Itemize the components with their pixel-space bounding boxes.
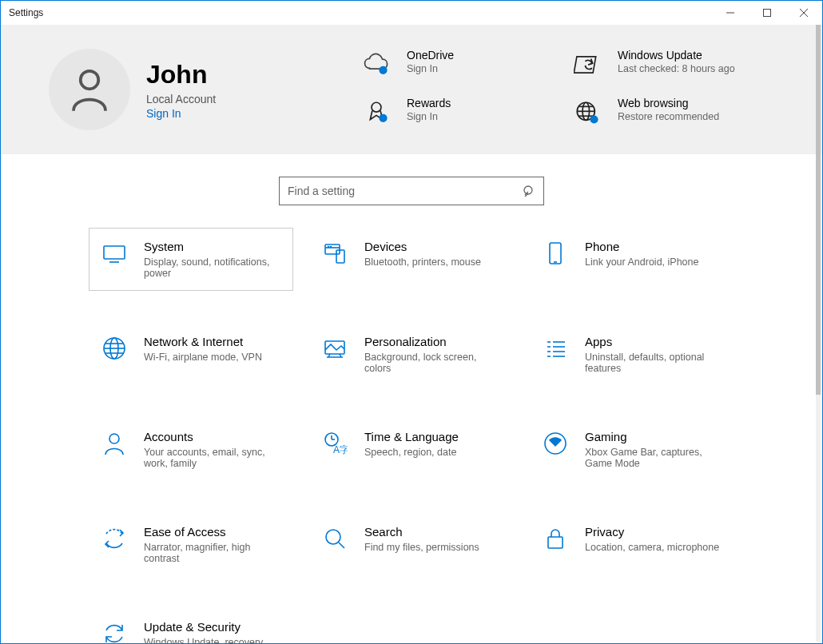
categories-grid: SystemDisplay, sound, notifications, pow…	[1, 228, 822, 644]
category-privacy[interactable]: PrivacyLocation, camera, microphone	[530, 513, 734, 576]
search-icon	[523, 185, 535, 197]
category-title: Update & Security	[144, 620, 280, 634]
category-sub: Find my files, permissions	[364, 542, 479, 553]
category-title: Apps	[585, 335, 721, 348]
category-title: System	[144, 240, 280, 253]
svg-point-14	[590, 115, 598, 123]
category-apps[interactable]: AppsUninstall, defaults, optional featur…	[530, 323, 734, 386]
svg-point-15	[524, 186, 532, 194]
update-icon	[571, 49, 603, 81]
category-title: Ease of Access	[144, 525, 280, 539]
account-block[interactable]: John Local Account Sign In	[49, 49, 320, 130]
tile-title: Web browsing	[618, 97, 719, 109]
category-sub: Xbox Game Bar, captures, Game Mode	[585, 447, 721, 469]
tile-sub: Restore recommended	[618, 111, 719, 122]
tile-sub: Sign In	[407, 63, 454, 74]
category-accounts[interactable]: AccountsYour accounts, email, sync, work…	[89, 418, 293, 481]
tile-title: Rewards	[407, 97, 451, 109]
maximize-button[interactable]	[749, 1, 785, 25]
tile-title: Windows Update	[618, 49, 735, 62]
personalization-icon	[321, 335, 348, 362]
avatar	[49, 49, 130, 130]
time-icon: A字	[321, 430, 348, 457]
accounts-icon	[101, 430, 128, 457]
category-title: Personalization	[364, 335, 500, 348]
category-search[interactable]: SearchFind my files, permissions	[309, 513, 514, 576]
category-title: Accounts	[144, 430, 280, 443]
tile-sub: Last checked: 8 hours ago	[618, 63, 735, 74]
category-phone[interactable]: PhoneLink your Android, iPhone	[530, 228, 734, 291]
category-sub: Uninstall, defaults, optional features	[585, 352, 721, 374]
tile-windows-update[interactable]: Windows Update Last checked: 8 hours ago	[571, 49, 774, 82]
search-icon	[321, 525, 348, 552]
system-icon	[101, 240, 128, 267]
account-name: John	[146, 60, 216, 89]
category-sub: Windows Update, recovery, backup	[144, 637, 280, 644]
svg-line-49	[339, 543, 344, 548]
account-type: Local Account	[146, 93, 216, 105]
svg-rect-50	[548, 537, 563, 548]
category-update[interactable]: Update & SecurityWindows Update, recover…	[89, 608, 293, 644]
titlebar: Settings	[1, 1, 822, 25]
category-sub: Display, sound, notifications, power	[144, 256, 280, 279]
window-title: Settings	[9, 7, 43, 18]
category-gaming[interactable]: GamingXbox Game Bar, captures, Game Mode	[530, 418, 734, 481]
category-sub: Wi-Fi, airplane mode, VPN	[144, 352, 262, 363]
svg-point-8	[379, 114, 387, 122]
close-button[interactable]	[785, 1, 822, 25]
account-signin-link[interactable]: Sign In	[146, 107, 216, 120]
category-devices[interactable]: DevicesBluetooth, printers, mouse	[309, 228, 514, 291]
svg-point-7	[372, 102, 381, 112]
search-row	[1, 154, 822, 228]
category-title: Time & Language	[364, 430, 459, 443]
category-time[interactable]: A字Time & LanguageSpeech, region, date	[309, 418, 514, 481]
onedrive-icon	[360, 49, 392, 81]
tile-sub: Sign In	[407, 111, 451, 122]
globe-icon	[571, 97, 603, 129]
tile-rewards[interactable]: Rewards Sign In	[360, 97, 563, 130]
update-icon	[101, 620, 128, 644]
category-sub: Location, camera, microphone	[585, 542, 719, 553]
category-sub: Speech, region, date	[364, 447, 459, 458]
minimize-button[interactable]	[712, 1, 749, 25]
category-sub: Link your Android, iPhone	[585, 256, 698, 268]
category-ease[interactable]: Ease of AccessNarrator, magnifier, high …	[89, 513, 293, 576]
svg-rect-21	[325, 244, 340, 254]
header-area: John Local Account Sign In OneDrive Sign…	[1, 25, 822, 154]
phone-icon	[542, 240, 569, 267]
category-sub: Narrator, magnifier, high contrast	[144, 542, 280, 564]
category-network[interactable]: Network & InternetWi-Fi, airplane mode, …	[89, 323, 293, 386]
category-title: Devices	[364, 240, 481, 253]
svg-rect-1	[764, 10, 771, 17]
tile-title: OneDrive	[407, 49, 454, 62]
category-personalization[interactable]: PersonalizationBackground, lock screen, …	[309, 323, 514, 386]
apps-icon	[542, 335, 569, 362]
svg-point-48	[326, 530, 340, 544]
tile-onedrive[interactable]: OneDrive Sign In	[360, 49, 563, 82]
svg-text:A字: A字	[333, 444, 348, 455]
category-title: Search	[364, 525, 479, 539]
svg-point-5	[379, 66, 387, 74]
svg-rect-6	[574, 57, 595, 73]
gaming-icon	[542, 430, 569, 457]
scrollbar-thumb[interactable]	[816, 25, 821, 395]
category-sub: Bluetooth, printers, mouse	[364, 256, 481, 268]
category-title: Network & Internet	[144, 335, 262, 348]
tile-web-browsing[interactable]: Web browsing Restore recommended	[571, 97, 774, 130]
rewards-icon	[360, 97, 392, 129]
svg-rect-24	[336, 250, 344, 263]
scrollbar[interactable]	[816, 25, 821, 642]
svg-rect-26	[550, 243, 561, 264]
category-title: Privacy	[585, 525, 719, 539]
category-sub: Background, lock screen, colors	[364, 352, 500, 374]
search-box[interactable]	[279, 177, 544, 205]
category-system[interactable]: SystemDisplay, sound, notifications, pow…	[89, 228, 293, 291]
privacy-icon	[542, 525, 569, 552]
svg-point-4	[81, 70, 99, 89]
ease-icon	[101, 525, 128, 552]
search-input[interactable]	[288, 185, 523, 197]
devices-icon	[321, 240, 348, 267]
svg-point-42	[109, 434, 119, 443]
category-title: Gaming	[585, 430, 721, 443]
network-icon	[101, 335, 128, 362]
